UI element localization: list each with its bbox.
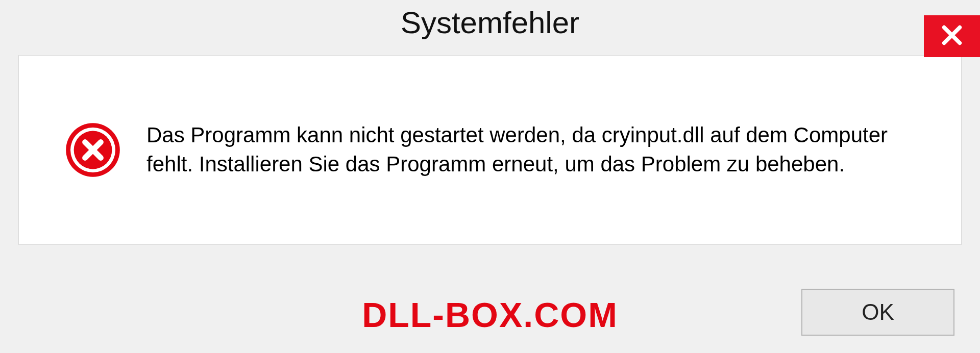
titlebar: Systemfehler <box>0 0 980 46</box>
dialog-title: Systemfehler <box>401 5 579 40</box>
error-message: Das Programm kann nicht gestartet werden… <box>146 121 930 179</box>
footer: DLL-BOX.COM OK <box>0 271 980 353</box>
watermark-text: DLL-BOX.COM <box>362 295 618 335</box>
close-icon <box>940 23 964 49</box>
ok-button[interactable]: OK <box>801 289 954 336</box>
content-box: Das Programm kann nicht gestartet werden… <box>18 55 962 245</box>
error-dialog: Systemfehler Das Programm kann nicht ges… <box>0 0 980 353</box>
close-button[interactable] <box>924 15 980 57</box>
error-icon <box>65 122 121 178</box>
